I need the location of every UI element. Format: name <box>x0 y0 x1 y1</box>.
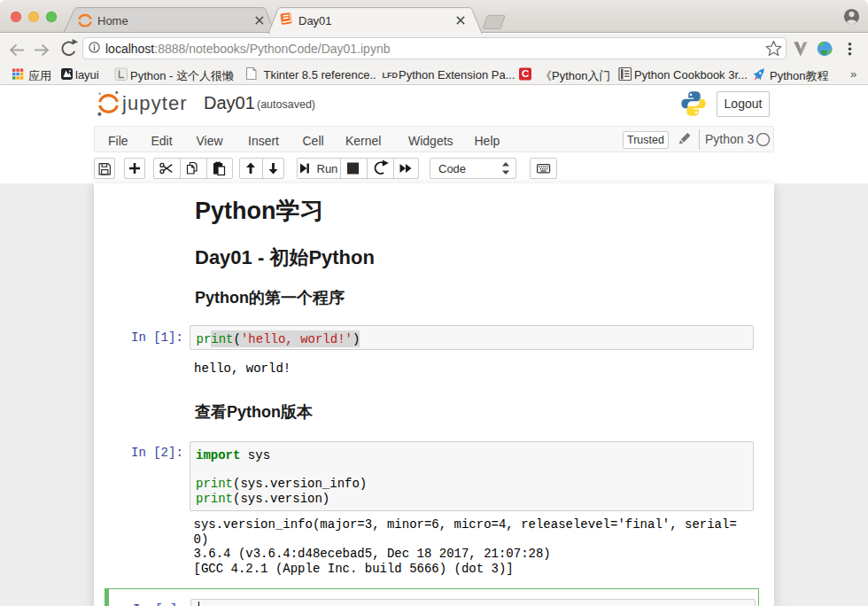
svg-text:C: C <box>522 68 529 79</box>
